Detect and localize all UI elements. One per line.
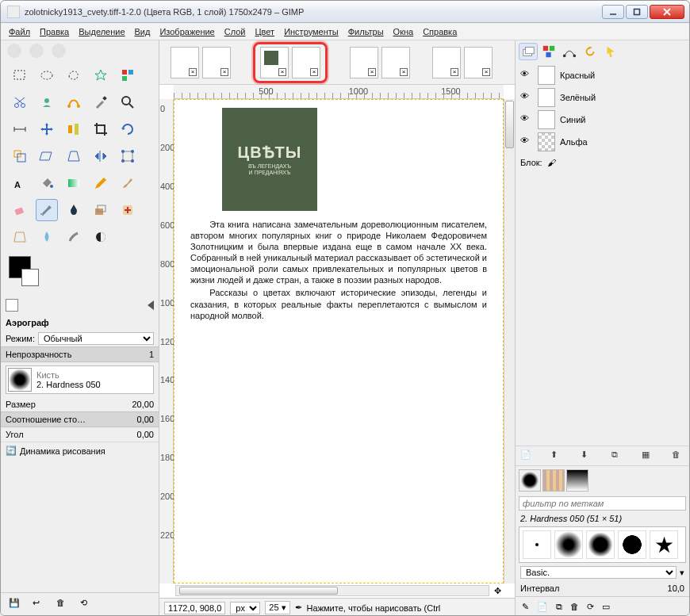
tool-airbrush[interactable] [36, 199, 58, 221]
menu-view[interactable]: Вид [130, 25, 155, 38]
brush-item[interactable] [523, 530, 551, 559]
image-tab[interactable]: × [292, 47, 320, 78]
open-as-image-icon[interactable]: ▭ [602, 602, 610, 612]
new-channel-icon[interactable]: 📄 [520, 450, 533, 462]
tab-paths-icon[interactable] [560, 43, 579, 60]
tool-rect-select[interactable] [9, 64, 31, 86]
aspect-value[interactable]: 0,00 [137, 415, 154, 424]
tool-color-picker[interactable] [90, 91, 112, 113]
window-close-button[interactable] [650, 5, 684, 19]
tab-close-icon[interactable]: × [368, 68, 376, 76]
lock-brush-icon[interactable]: 🖌 [547, 158, 556, 167]
tool-cage[interactable] [117, 145, 139, 167]
nav-move-icon[interactable]: ✥ [491, 586, 504, 596]
channel-row-blue[interactable]: 👁 Синий [519, 109, 686, 131]
duplicate-brush-icon[interactable]: ⧉ [556, 602, 562, 612]
channel-row-green[interactable]: 👁 Зелёный [519, 86, 686, 109]
menu-filters[interactable]: Фильтры [343, 25, 389, 38]
image-tab[interactable]: × [432, 47, 461, 78]
image-tab[interactable]: × [171, 47, 199, 78]
tool-pencil[interactable] [90, 172, 112, 194]
channel-row-alpha[interactable]: 👁 Альфа [519, 131, 686, 153]
tool-blur[interactable] [36, 226, 58, 248]
tab-pointer-icon[interactable] [601, 43, 620, 60]
brush-filter-input[interactable] [519, 496, 686, 511]
ruler-horizontal[interactable]: 500 1000 1500 [174, 85, 504, 99]
menu-help[interactable]: Справка [418, 25, 462, 38]
tab-close-icon[interactable]: × [400, 68, 408, 76]
menu-edit[interactable]: Правка [35, 25, 74, 38]
lower-channel-icon[interactable]: ⬇ [581, 450, 593, 462]
tool-flip[interactable] [90, 145, 112, 167]
refresh-brushes-icon[interactable]: ⟳ [587, 602, 594, 612]
tool-by-color-select[interactable] [117, 64, 139, 86]
tab-close-icon[interactable]: × [189, 68, 197, 76]
delete-brush-icon[interactable]: 🗑 [570, 602, 579, 612]
menu-layer[interactable]: Слой [220, 25, 251, 38]
tool-scissors[interactable] [9, 91, 31, 113]
menu-file[interactable]: Файл [4, 25, 35, 38]
brush-grid[interactable] [519, 526, 686, 563]
menu-select[interactable]: Выделение [74, 25, 129, 38]
tool-heal[interactable] [117, 199, 139, 221]
tool-text[interactable]: A [9, 172, 31, 194]
tool-zoom[interactable] [117, 91, 139, 113]
canvas[interactable]: ЦВѢТЫ ВЪ ЛЕГЕНДАХЪ И ПРЕДАНІЯХЪ Эта книг… [174, 99, 504, 583]
tool-align[interactable] [63, 118, 85, 140]
delete-preset-icon[interactable]: 🗑 [56, 598, 71, 612]
tool-measure[interactable] [9, 118, 31, 140]
menu-windows[interactable]: Окна [389, 25, 419, 38]
tool-fuzzy-select[interactable] [90, 64, 112, 86]
image-tab[interactable]: × [464, 47, 493, 78]
tab-undo-history-icon[interactable] [581, 43, 600, 60]
eye-icon[interactable]: 👁 [520, 113, 533, 126]
tool-paths[interactable] [63, 91, 85, 113]
window-minimize-button[interactable] [602, 5, 624, 19]
tab-patterns-icon[interactable] [542, 469, 565, 492]
tab-close-icon[interactable]: × [278, 68, 286, 76]
eye-icon[interactable]: 👁 [520, 91, 533, 104]
tool-perspective[interactable] [63, 145, 85, 167]
tab-channels-icon[interactable] [539, 43, 558, 60]
tool-crop[interactable] [90, 118, 112, 140]
tool-blend[interactable] [63, 172, 85, 194]
tool-move[interactable] [36, 118, 58, 140]
tab-close-icon[interactable]: × [450, 68, 458, 76]
angle-value[interactable]: 0,00 [137, 430, 154, 439]
reset-preset-icon[interactable]: ⟲ [80, 598, 94, 612]
tool-perspective-clone[interactable] [9, 226, 31, 248]
tool-bucket-fill[interactable] [36, 172, 58, 194]
tab-close-icon[interactable]: × [482, 68, 490, 76]
tool-scale[interactable] [9, 145, 31, 167]
tool-ellipse-select[interactable] [36, 64, 58, 86]
duplicate-channel-icon[interactable]: ⧉ [611, 450, 624, 462]
menu-color[interactable]: Цвет [250, 25, 279, 38]
image-tab[interactable]: × [350, 47, 378, 78]
tool-paintbrush[interactable] [117, 172, 139, 194]
brush-item[interactable] [554, 530, 583, 559]
tab-close-icon[interactable]: × [310, 68, 318, 76]
menu-tools[interactable]: Инструменты [279, 25, 343, 38]
eye-icon[interactable]: 👁 [520, 69, 533, 82]
tool-foreground-select[interactable] [36, 91, 58, 113]
tab-close-icon[interactable]: × [220, 68, 228, 76]
brush-preset-select[interactable]: Basic. [520, 566, 677, 579]
tab-brushes-icon[interactable] [519, 469, 541, 492]
tool-rotate[interactable] [117, 118, 139, 140]
image-tab[interactable]: × [381, 47, 410, 78]
window-maximize-button[interactable] [626, 5, 648, 19]
new-brush-icon[interactable]: 📄 [537, 602, 548, 612]
tool-clone[interactable] [90, 199, 112, 221]
edit-brush-icon[interactable]: ✎ [522, 602, 529, 612]
mode-select[interactable]: Обычный [38, 332, 154, 345]
image-tab[interactable]: × [202, 47, 231, 78]
save-preset-icon[interactable]: 💾 [9, 598, 23, 612]
tool-smudge[interactable] [63, 226, 85, 248]
image-tab-active[interactable]: × [260, 47, 289, 78]
ruler-vertical[interactable]: 0 200 400 600 800 1000 1200 1400 1600 18… [159, 99, 174, 583]
scrollbar-vertical[interactable] [504, 99, 515, 583]
tab-gradients-icon[interactable] [566, 469, 588, 492]
scrollbar-horizontal[interactable]: ✥ [174, 583, 504, 598]
tool-shear[interactable] [36, 145, 58, 167]
eye-icon[interactable]: 👁 [520, 136, 533, 148]
